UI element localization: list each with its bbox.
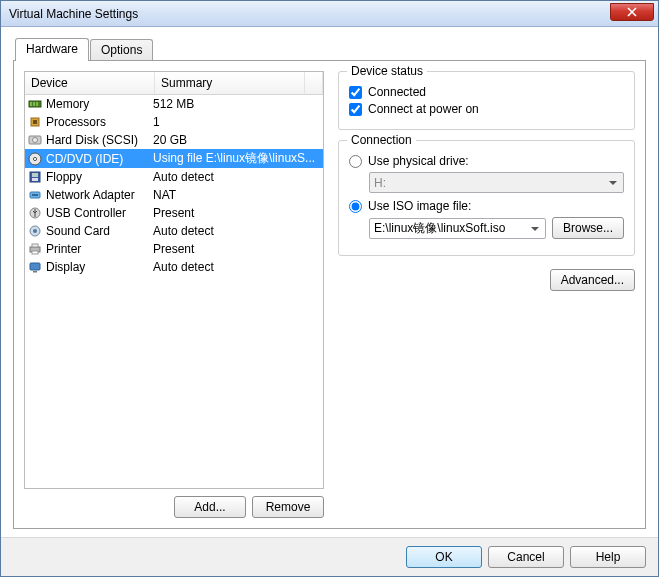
device-summary: 1 xyxy=(153,115,321,129)
processor-icon xyxy=(27,114,43,130)
connect-poweron-label: Connect at power on xyxy=(368,102,479,116)
svg-point-7 xyxy=(33,138,38,143)
svg-point-9 xyxy=(33,157,36,160)
connect-poweron-checkbox[interactable] xyxy=(349,103,362,116)
svg-rect-11 xyxy=(32,173,38,177)
physical-drive-label: Use physical drive: xyxy=(368,154,469,168)
add-button[interactable]: Add... xyxy=(174,496,246,518)
iso-radio-row[interactable]: Use ISO image file: xyxy=(349,199,624,213)
connected-checkbox[interactable] xyxy=(349,86,362,99)
device-summary: NAT xyxy=(153,188,321,202)
dialog-body: Hardware Options Device Summary Mem xyxy=(1,27,658,537)
connection-group: Connection Use physical drive: H: Use IS… xyxy=(338,140,635,256)
svg-point-17 xyxy=(33,229,37,233)
tab-options[interactable]: Options xyxy=(90,39,153,60)
col-header-summary[interactable]: Summary xyxy=(155,72,305,94)
device-name: Printer xyxy=(46,242,81,256)
svg-rect-14 xyxy=(32,194,38,196)
sound-icon xyxy=(27,223,43,239)
browse-button[interactable]: Browse... xyxy=(552,217,624,239)
close-icon xyxy=(627,7,637,17)
table-header: Device Summary xyxy=(25,72,323,95)
cancel-button[interactable]: Cancel xyxy=(488,546,564,568)
device-summary: Auto detect xyxy=(153,260,321,274)
device-status-group: Device status Connected Connect at power… xyxy=(338,71,635,130)
display-icon xyxy=(27,259,43,275)
svg-rect-1 xyxy=(30,102,32,106)
table-body: Memory 512 MB Processors 1 xyxy=(25,95,323,276)
tab-strip: Hardware Options xyxy=(15,37,646,60)
connection-title: Connection xyxy=(347,133,416,147)
device-status-title: Device status xyxy=(347,64,427,78)
harddisk-icon xyxy=(27,132,43,148)
table-row[interactable]: USB Controller Present xyxy=(25,204,323,222)
tab-panel-hardware: Device Summary Memory 512 MB xyxy=(13,60,646,529)
svg-rect-20 xyxy=(32,251,38,254)
floppy-icon xyxy=(27,169,43,185)
iso-label: Use ISO image file: xyxy=(368,199,471,213)
iso-path-value: E:\linux镜像\linuxSoft.iso xyxy=(374,220,505,237)
svg-rect-19 xyxy=(32,244,38,247)
physical-drive-radio-row[interactable]: Use physical drive: xyxy=(349,154,624,168)
device-summary: Using file E:\linux镜像\linuxS... xyxy=(153,150,321,167)
device-summary: 512 MB xyxy=(153,97,321,111)
connected-checkbox-row[interactable]: Connected xyxy=(349,85,624,99)
table-row[interactable]: Floppy Auto detect xyxy=(25,168,323,186)
table-row[interactable]: Memory 512 MB xyxy=(25,95,323,113)
physical-drive-dropdown[interactable]: H: xyxy=(369,172,624,193)
hardware-left-column: Device Summary Memory 512 MB xyxy=(24,71,324,518)
table-row[interactable]: Sound Card Auto detect xyxy=(25,222,323,240)
col-header-spacer xyxy=(305,72,323,94)
printer-icon xyxy=(27,241,43,257)
device-name: Network Adapter xyxy=(46,188,135,202)
list-buttons: Add... Remove xyxy=(24,496,324,518)
table-row[interactable]: Processors 1 xyxy=(25,113,323,131)
advanced-row: Advanced... xyxy=(338,269,635,291)
table-row[interactable]: CD/DVD (IDE) Using file E:\linux镜像\linux… xyxy=(25,149,323,168)
svg-rect-2 xyxy=(33,102,35,106)
usb-icon xyxy=(27,205,43,221)
table-row[interactable]: Display Auto detect xyxy=(25,258,323,276)
network-icon xyxy=(27,187,43,203)
connect-poweron-checkbox-row[interactable]: Connect at power on xyxy=(349,102,624,116)
svg-rect-22 xyxy=(33,271,37,273)
hardware-right-column: Device status Connected Connect at power… xyxy=(338,71,635,518)
window-title: Virtual Machine Settings xyxy=(9,7,138,21)
device-summary: 20 GB xyxy=(153,133,321,147)
device-name: Sound Card xyxy=(46,224,110,238)
device-name: Floppy xyxy=(46,170,82,184)
advanced-button[interactable]: Advanced... xyxy=(550,269,635,291)
physical-drive-radio[interactable] xyxy=(349,155,362,168)
iso-path-field[interactable]: E:\linux镜像\linuxSoft.iso xyxy=(369,218,546,239)
table-row[interactable]: Hard Disk (SCSI) 20 GB xyxy=(25,131,323,149)
dialog-footer: OK Cancel Help xyxy=(1,537,658,576)
svg-rect-3 xyxy=(36,102,38,106)
ok-button[interactable]: OK xyxy=(406,546,482,568)
tab-hardware[interactable]: Hardware xyxy=(15,38,89,61)
device-name: Memory xyxy=(46,97,89,111)
device-name: USB Controller xyxy=(46,206,126,220)
device-name: Processors xyxy=(46,115,106,129)
svg-rect-21 xyxy=(30,263,40,270)
remove-button[interactable]: Remove xyxy=(252,496,324,518)
memory-icon xyxy=(27,96,43,112)
device-name: CD/DVD (IDE) xyxy=(46,152,123,166)
table-row[interactable]: Printer Present xyxy=(25,240,323,258)
device-summary: Auto detect xyxy=(153,224,321,238)
titlebar: Virtual Machine Settings xyxy=(1,1,658,27)
device-summary: Auto detect xyxy=(153,170,321,184)
device-name: Hard Disk (SCSI) xyxy=(46,133,138,147)
device-table: Device Summary Memory 512 MB xyxy=(24,71,324,489)
help-button[interactable]: Help xyxy=(570,546,646,568)
settings-window: Virtual Machine Settings Hardware Option… xyxy=(0,0,659,577)
cddvd-icon xyxy=(27,151,43,167)
svg-rect-12 xyxy=(32,178,38,181)
connected-label: Connected xyxy=(368,85,426,99)
table-row[interactable]: Network Adapter NAT xyxy=(25,186,323,204)
iso-radio[interactable] xyxy=(349,200,362,213)
device-summary: Present xyxy=(153,206,321,220)
close-button[interactable] xyxy=(610,3,654,21)
col-header-device[interactable]: Device xyxy=(25,72,155,94)
svg-rect-5 xyxy=(33,120,37,124)
physical-drive-value: H: xyxy=(374,176,386,190)
